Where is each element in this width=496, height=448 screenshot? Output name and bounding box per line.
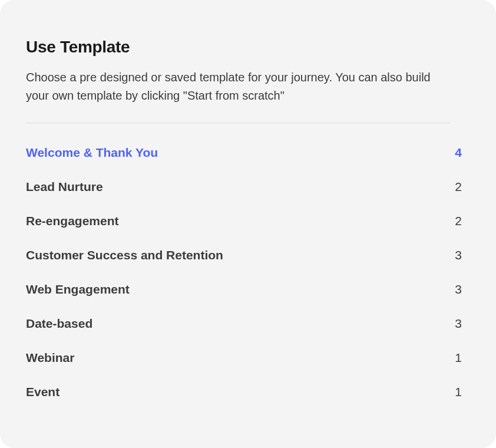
category-label: Web Engagement [26,282,130,297]
category-list: Welcome & Thank You 4 Lead Nurture 2 Re-… [26,146,462,399]
category-count: 3 [455,317,462,331]
category-web-engagement[interactable]: Web Engagement 3 [26,282,462,297]
panel-title: Use Template [26,38,470,57]
category-label: Webinar [26,351,74,365]
category-re-engagement[interactable]: Re-engagement 2 [26,214,462,228]
category-count: 3 [455,282,462,297]
category-webinar[interactable]: Webinar 1 [26,351,462,365]
use-template-panel: Use Template Choose a pre designed or sa… [0,0,496,448]
category-date-based[interactable]: Date-based 3 [26,317,462,331]
category-count: 1 [455,385,462,399]
category-count: 4 [455,146,462,160]
category-label: Re-engagement [26,214,119,228]
category-label: Date-based [26,317,92,331]
category-label: Lead Nurture [26,180,103,194]
category-event[interactable]: Event 1 [26,385,462,399]
category-welcome-thank-you[interactable]: Welcome & Thank You 4 [26,146,462,160]
divider [26,123,450,123]
category-count: 1 [455,351,462,365]
category-lead-nurture[interactable]: Lead Nurture 2 [26,180,462,194]
category-count: 3 [455,248,462,262]
category-count: 2 [455,214,462,228]
category-label: Event [26,385,59,399]
panel-description: Choose a pre designed or saved template … [26,68,450,105]
category-customer-success-retention[interactable]: Customer Success and Retention 3 [26,248,462,262]
category-label: Customer Success and Retention [26,248,223,262]
category-count: 2 [455,180,462,194]
category-label: Welcome & Thank You [26,146,158,160]
